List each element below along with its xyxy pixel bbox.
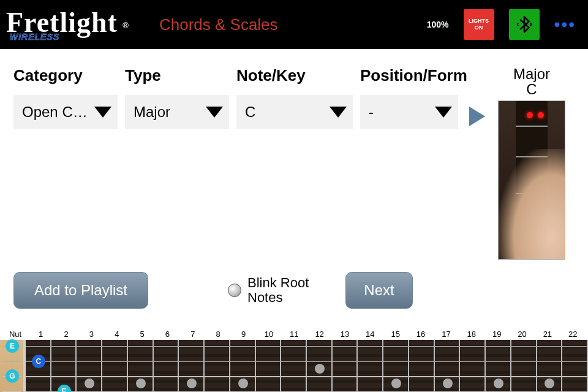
fretboard[interactable]: EG CEC [0,340,588,392]
type-label: Type [125,66,229,85]
zoom-percent: 100% [427,20,449,29]
category-column: Category Open Ch... [13,66,118,129]
lights-on-line2: ON [475,24,483,31]
position-column: Position/Form - [360,66,458,129]
chevron-down-icon [206,107,223,118]
chevron-down-icon [94,107,111,118]
position-label: Position/Form [360,66,458,85]
fret-number: 8 [206,330,231,339]
fret-number: 15 [383,330,408,339]
category-value: Open Ch... [22,104,89,121]
fretted-note: C [32,355,45,368]
category-label: Category [13,66,118,85]
chord-preview-type: Major [513,66,550,81]
category-select[interactable]: Open Ch... [13,95,118,129]
chevron-down-icon [435,107,452,118]
registered-icon: ® [123,21,129,30]
fret-number: 1 [28,330,53,339]
blink-root-label: Blink Root Notes [247,276,321,305]
fret-number: 3 [79,330,104,339]
fret-number: 19 [484,330,509,339]
fret-number: 6 [155,330,180,339]
fretboard-board: CEC [26,340,588,392]
play-icon[interactable] [469,107,485,126]
fret-number: 12 [307,330,332,339]
fret-number: 2 [53,330,78,339]
fret-number: 21 [535,330,560,339]
note-value: C [245,104,325,121]
add-playlist-label: Add to Playlist [34,282,127,299]
chord-photo[interactable] [498,100,565,260]
fret-number: 5 [129,330,154,339]
note-label: Note/Key [236,66,353,85]
fret-number: 18 [459,330,484,339]
fret-number: 7 [180,330,205,339]
fret-number: 9 [231,330,256,339]
fret-number: 17 [434,330,459,339]
fret-number: 22 [560,330,586,339]
logo: Fretlight ® WIRELESS [6,7,129,41]
fret-number-row: Nut12345678910111213141516171819202122 [0,330,588,340]
type-column: Type Major [125,66,229,129]
lights-on-line1: LIGHTS [469,18,489,24]
radio-icon [228,284,241,297]
chord-preview-label: Major C [513,66,550,97]
more-icon[interactable]: ••• [554,15,576,34]
note-select[interactable]: C [236,95,353,129]
fret-number: 14 [358,330,383,339]
next-button[interactable]: Next [345,272,413,309]
app-title: Chords & Scales [159,15,278,34]
bluetooth-button[interactable] [509,9,540,40]
blink-root-option[interactable]: Blink Root Notes [228,276,321,305]
chevron-down-icon [330,107,347,118]
note-column: Note/Key C [236,66,353,129]
bluetooth-icon [515,15,533,34]
lights-on-button[interactable]: LIGHTS ON [464,9,494,40]
type-select[interactable]: Major [125,95,229,129]
chord-preview: Major C [489,66,575,260]
nut-label: Nut [2,330,28,339]
fret-number: 11 [282,330,307,339]
fret-number: 13 [332,330,357,339]
fret-number: 16 [408,330,433,339]
nut-area: EG [0,340,26,392]
add-playlist-button[interactable]: Add to Playlist [13,272,148,309]
app-header: Fretlight ® WIRELESS Chords & Scales 100… [0,0,588,49]
position-value: - [369,104,430,121]
open-note: G [6,369,19,383]
position-select[interactable]: - [360,95,458,129]
fret-number: 4 [104,330,129,339]
chord-preview-key: C [513,81,550,97]
fret-number: 20 [510,330,535,339]
fret-number: 10 [256,330,281,339]
next-label: Next [364,282,394,299]
type-value: Major [134,104,201,121]
open-note: E [6,339,19,353]
